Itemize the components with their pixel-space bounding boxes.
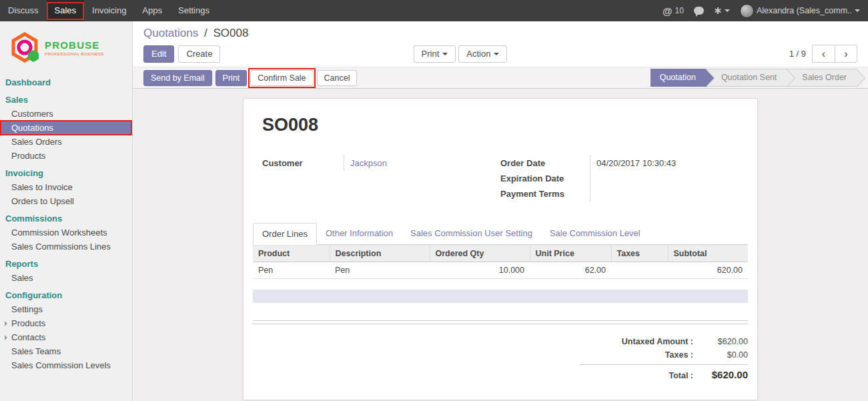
topbar-right: @ 10 Alexandra (Sales_comm.. (663, 0, 868, 21)
sidebar-menu: Dashboard Sales Customers Quotations Sal… (0, 76, 132, 372)
control-panel: Quotations / SO008 Edit Create Print Act… (133, 21, 868, 67)
order-date-value: 04/20/2017 10:30:43 (590, 155, 739, 171)
sidebar-item-reports-sales[interactable]: Sales (0, 271, 132, 285)
taxes-value: $0.00 (693, 350, 748, 360)
expiration-date-label: Expiration Date (500, 171, 590, 186)
sidebar-item-commission-worksheets[interactable]: Commission Worksheets (0, 226, 132, 240)
mention-count: 10 (675, 6, 684, 15)
sidebar-section-reports[interactable]: Reports (0, 258, 132, 271)
sidebar-item-contacts[interactable]: Contacts (0, 330, 132, 344)
taxes-row: Taxes : $0.00 (580, 348, 748, 362)
cell-product[interactable]: Pen (253, 262, 330, 279)
column-header-taxes: Taxes (611, 246, 668, 262)
sidebar-item-products[interactable]: Products (0, 149, 132, 163)
cell-taxes (611, 262, 668, 279)
breadcrumb-separator: / (204, 27, 207, 39)
order-line-row[interactable]: Pen Pen 10.000 62.00 620.00 (253, 262, 748, 279)
order-date-label: Order Date (500, 155, 590, 171)
untaxed-amount-row: Untaxed Amount : $620.00 (580, 335, 748, 348)
confirm-sale-button[interactable]: Confirm Sale (250, 70, 313, 86)
debug-menu[interactable] (714, 7, 730, 15)
print-button[interactable]: Print (215, 70, 248, 86)
total-label: Total : (580, 371, 693, 380)
logo-text: PROBUSE PROFESSIONAL BUSINESS (45, 39, 104, 56)
caret-down-icon (442, 53, 448, 55)
sidebar-section-dashboard[interactable]: Dashboard (0, 76, 132, 89)
caret-down-icon (725, 9, 730, 12)
breadcrumb-parent[interactable]: Quotations (143, 27, 198, 39)
create-button[interactable]: Create (178, 45, 220, 63)
cancel-button[interactable]: Cancel (317, 70, 358, 86)
note-band (253, 290, 748, 303)
sidebar-item-settings[interactable]: Settings (0, 302, 132, 316)
topbar-menu-invoicing[interactable]: Invoicing (84, 0, 134, 21)
sidebar-section-sales[interactable]: Sales (0, 93, 132, 107)
sidebar-item-orders-to-upsell[interactable]: Orders to Upsell (0, 194, 132, 208)
pager-previous-button[interactable]: ‹ (812, 45, 835, 63)
column-header-product: Product (253, 246, 330, 262)
total-row: Total : $620.00 (580, 364, 748, 382)
sidebar-section-configuration[interactable]: Configuration (0, 289, 132, 302)
app-logo[interactable]: PROBUSE PROFESSIONAL BUSINESS (0, 21, 132, 76)
form-sheet: SO008 Customer Jackpson Order Date 04/20… (243, 98, 758, 400)
totals-block: Untaxed Amount : $620.00 Taxes : $0.00 T… (580, 335, 748, 382)
notebook-tabs: Order Lines Other Information Sales Comm… (253, 223, 748, 245)
pager-buttons: ‹ › (812, 45, 857, 63)
sidebar-section-commissions[interactable]: Commissions (0, 212, 132, 226)
send-by-email-button[interactable]: Send by Email (143, 70, 212, 86)
sidebar-item-sales-commissions-lines[interactable]: Sales Commissions Lines (0, 240, 132, 254)
logo-title: PROBUSE (45, 39, 104, 51)
avatar (740, 4, 754, 18)
state-sales-order[interactable]: Sales Order (786, 69, 856, 87)
sidebar-item-sales-orders[interactable]: Sales Orders (0, 135, 132, 149)
statusbar-states: Quotation Quotation Sent Sales Order (650, 69, 856, 87)
sidebar-item-sales-to-invoice[interactable]: Sales to Invoice (0, 180, 132, 194)
print-dropdown-button[interactable]: Print (414, 45, 456, 63)
pager-next-button[interactable]: › (835, 45, 857, 63)
state-quotation[interactable]: Quotation (650, 69, 705, 87)
pager: 1 / 9 ‹ › (577, 45, 857, 63)
topbar-menu-discuss[interactable]: Discuss (0, 0, 47, 21)
sidebar: PROBUSE PROFESSIONAL BUSINESS Dashboard … (0, 21, 133, 401)
topbar-menu-apps[interactable]: Apps (134, 0, 170, 21)
column-header-ordered-qty: Ordered Qty (430, 246, 530, 262)
order-lines-header-row: Product Description Ordered Qty Unit Pri… (253, 246, 748, 262)
untaxed-amount-label: Untaxed Amount : (580, 337, 693, 346)
sidebar-item-sales-commission-levels[interactable]: Sales Commission Levels (0, 358, 132, 372)
pager-value: 1 / 9 (789, 49, 806, 59)
horizontal-separator (253, 320, 748, 324)
cell-ordered-qty: 10.000 (430, 262, 530, 279)
sidebar-item-config-products[interactable]: Products (0, 316, 132, 330)
caret-down-icon (494, 53, 499, 55)
debug-icon (714, 7, 722, 15)
cp-center-buttons: Print Action (414, 45, 508, 63)
action-dropdown-button[interactable]: Action (458, 45, 507, 63)
user-menu[interactable]: Alexandra (Sales_comm.. (740, 4, 860, 18)
topbar-menu-sales[interactable]: Sales (47, 0, 85, 21)
chat-icon[interactable] (694, 7, 704, 15)
edit-button[interactable]: Edit (143, 45, 174, 63)
main-area: Quotations / SO008 Edit Create Print Act… (133, 21, 868, 401)
sidebar-item-sales-teams[interactable]: Sales Teams (0, 344, 132, 358)
tab-sale-commission-level[interactable]: Sale Commission Level (541, 223, 649, 245)
user-name: Alexandra (Sales_comm.. (757, 6, 852, 15)
state-quotation-sent[interactable]: Quotation Sent (705, 69, 786, 87)
field-group-left: Customer Jackpson (262, 155, 500, 202)
sidebar-item-customers[interactable]: Customers (0, 107, 132, 121)
order-lines-table: Product Description Ordered Qty Unit Pri… (253, 245, 748, 279)
customer-value[interactable]: Jackpson (344, 155, 500, 171)
form-statusbar: Send by Email Print Confirm Sale Cancel … (133, 67, 868, 89)
sidebar-section-invoicing[interactable]: Invoicing (0, 167, 132, 180)
topbar-menu-settings[interactable]: Settings (170, 0, 218, 21)
cell-unit-price: 62.00 (530, 262, 611, 279)
tab-other-information[interactable]: Other Information (317, 223, 402, 245)
sidebar-item-quotations[interactable]: Quotations (0, 121, 132, 135)
expiration-date-value (590, 171, 739, 186)
mention-counter[interactable]: @ 10 (663, 5, 684, 17)
tab-order-lines[interactable]: Order Lines (253, 223, 317, 245)
cp-left-buttons: Edit Create (143, 45, 344, 63)
tab-sales-commission-user-setting[interactable]: Sales Commission User Setting (402, 223, 541, 245)
taxes-label: Taxes : (580, 350, 693, 360)
customer-label: Customer (262, 155, 344, 171)
logo-subtitle: PROFESSIONAL BUSINESS (45, 52, 104, 56)
